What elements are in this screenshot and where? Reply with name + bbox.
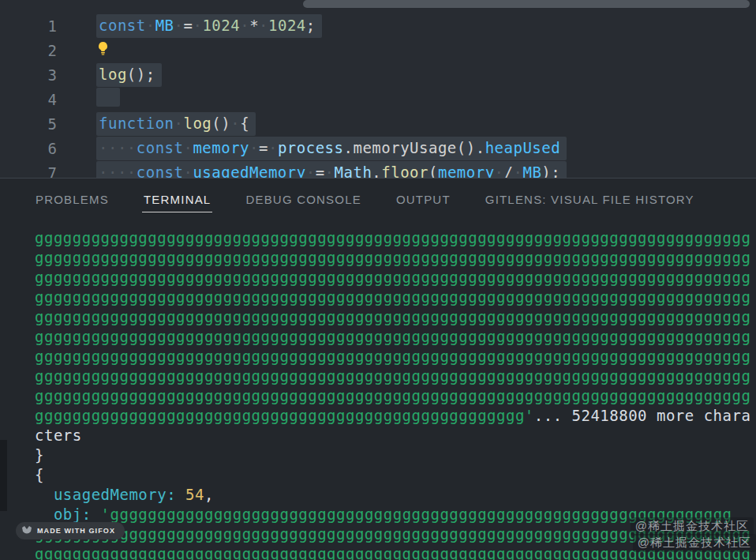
panel-tab-bar: PROBLEMSTERMINALDEBUG CONSOLEOUTPUTGITLE… — [0, 179, 756, 223]
panel-tab-output[interactable]: OUTPUT — [395, 190, 452, 212]
panel-tab-terminal[interactable]: TERMINAL — [142, 190, 212, 212]
fox-icon — [21, 526, 32, 536]
code-content[interactable] — [96, 88, 120, 111]
terminal-line: gggggggggggggggggggggggggggggggggggggggg… — [35, 347, 756, 366]
watermark: @稀土掘金技术社区 — [633, 534, 756, 552]
line-number: 2 — [0, 42, 62, 59]
line-number: 4 — [0, 91, 62, 108]
line-number: 5 — [0, 115, 62, 133]
line-number: 6 — [0, 140, 62, 157]
code-content[interactable]: const·MB·=·1024·*·1024; — [96, 14, 322, 38]
highlight-chip: function·log()·{ — [96, 112, 256, 136]
code-content[interactable] — [96, 40, 110, 61]
terminal-line: gggggggggggggggggggggggggggggggggggggggg… — [35, 366, 756, 386]
panel-tab-problems[interactable]: PROBLEMS — [34, 190, 110, 212]
code-line: 5function·log()·{ — [0, 111, 756, 136]
panel-tab-debug-console[interactable]: DEBUG CONSOLE — [244, 190, 362, 212]
code-content[interactable]: ····const·memory·=·process.memoryUsage()… — [96, 137, 567, 160]
terminal-line: gggggggggggggggggggggggggggggggggggggggg… — [35, 248, 756, 268]
highlight-chip — [96, 88, 120, 107]
highlight-chip: log(); — [96, 63, 162, 87]
code-line: 2 — [0, 38, 756, 62]
horizontal-scrollbar[interactable] — [303, 0, 750, 8]
left-scrollbar-strip[interactable] — [0, 440, 7, 511]
code-content[interactable]: function·log()·{ — [96, 112, 256, 136]
watermark: @稀土掘金技术社区 — [631, 517, 754, 536]
code-line: 6····const·memory·=·process.memoryUsage(… — [0, 136, 756, 160]
terminal-line: gggggggggggggggggggggggggggggggggggggggg… — [35, 327, 756, 347]
code-line: 1const·MB·=·1024·*·1024; — [0, 13, 756, 38]
code-line: 4 — [0, 87, 756, 111]
terminal-output[interactable]: gggggggggggggggggggggggggggggggggggggggg… — [0, 228, 756, 560]
terminal-line: } — [35, 445, 756, 465]
code-content[interactable]: log(); — [96, 63, 162, 87]
code-line: 7····const·usagedMemory·=·Math.floor(mem… — [0, 160, 756, 178]
gifox-badge: MADE WITH GIFOX — [16, 522, 125, 539]
highlight-chip: ····const·memory·=·process.memoryUsage()… — [96, 137, 567, 160]
terminal-line: { — [35, 465, 756, 485]
line-number: 1 — [0, 17, 62, 35]
line-number: 7 — [0, 164, 62, 179]
terminal-line: gggggggggggggggggggggggggggggggggggggggg… — [35, 288, 756, 307]
terminal-line: usagedMemory: 54, — [35, 485, 756, 505]
editor-lines: 1const·MB·=·1024·*·1024;23log();45functi… — [0, 13, 756, 178]
gifox-badge-label: MADE WITH GIFOX — [37, 527, 115, 535]
terminal-line: gggggggggggggggggggggggggggggggggggggggg… — [35, 386, 756, 406]
terminal-line: gggggggggggggggggggggggggggggggggggggggg… — [35, 406, 756, 426]
code-content[interactable]: ····const·usagedMemory·=·Math.floor(memo… — [96, 161, 567, 179]
code-editor[interactable]: 1const·MB·=·1024·*·1024;23log();45functi… — [0, 0, 756, 178]
quick-fix-lightbulb-icon[interactable] — [96, 41, 110, 61]
highlight-chip: const·MB·=·1024·*·1024; — [96, 14, 322, 38]
highlight-chip: ····const·usagedMemory·=·Math.floor(memo… — [96, 161, 567, 179]
terminal-line: gggggggggggggggggggggggggggggggggggggggg… — [35, 228, 756, 248]
line-number: 3 — [0, 66, 62, 84]
panel-tab-gitlens-visual-file-history[interactable]: GITLENS: VISUAL FILE HISTORY — [484, 190, 696, 212]
terminal-line: gggggggggggggggggggggggggggggggggggggggg… — [35, 307, 756, 327]
terminal-line: gggggggggggggggggggggggggggggggggggggggg… — [35, 268, 756, 288]
code-line: 3log(); — [0, 62, 756, 87]
terminal-line: cters — [35, 426, 756, 445]
bottom-panel: PROBLEMSTERMINALDEBUG CONSOLEOUTPUTGITLE… — [0, 178, 756, 560]
